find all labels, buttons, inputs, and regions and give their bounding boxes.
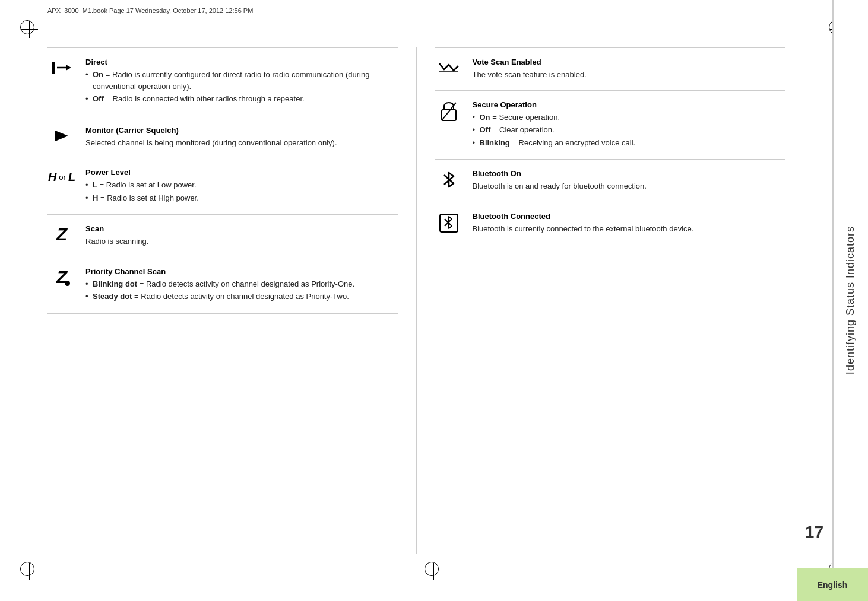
priority-scan-title: Priority Channel Scan	[85, 267, 398, 276]
direct-icon-cell	[47, 58, 76, 77]
power-or-label: or	[59, 173, 66, 182]
secure-bullet-blinking: Blinking = Receiving an encrypted voice …	[473, 137, 785, 149]
monitor-icon-cell	[47, 126, 76, 145]
scan-icon: Z	[56, 225, 67, 243]
monitor-text: Monitor (Carrier Squelch) Selected chann…	[85, 126, 398, 149]
bluetooth-connected-icon-cell	[435, 212, 463, 233]
priority-dot	[65, 281, 70, 286]
entry-priority-scan: Z Priority Channel Scan Blinking dot = R…	[47, 257, 398, 314]
direct-body: On = Radio is currently configured for d…	[85, 69, 398, 105]
monitor-title: Monitor (Carrier Squelch)	[85, 126, 398, 135]
side-tab-title: Identifying Status Indicators	[844, 226, 857, 374]
entry-direct: Direct On = Radio is currently configure…	[47, 47, 398, 116]
secure-text: Secure Operation On = Secure operation. …	[473, 100, 785, 150]
secure-bullet-on: On = Secure operation.	[473, 112, 785, 123]
svg-marker-3	[55, 131, 68, 141]
crosshair-tl	[21, 21, 38, 38]
entry-bluetooth-connected: Bluetooth Connected Bluetooth is current…	[435, 202, 785, 245]
svg-marker-2	[66, 65, 71, 71]
entry-monitor: Monitor (Carrier Squelch) Selected chann…	[47, 116, 398, 159]
vote-scan-title: Vote Scan Enabled	[473, 58, 785, 66]
secure-body: On = Secure operation. Off = Clear opera…	[473, 112, 785, 149]
scan-body: Radio is scanning.	[85, 236, 398, 247]
vote-scan-body: The vote scan feature is enabled.	[473, 69, 785, 81]
priority-scan-icon-cell: Z	[47, 267, 76, 286]
priority-bullet-blinking: Blinking dot = Radio detects activity on…	[85, 278, 398, 290]
bluetooth-on-icon-cell	[435, 169, 463, 190]
entry-power: H or L Power Level L = Radio is set at L…	[47, 158, 398, 215]
power-l-label: L	[68, 170, 75, 184]
direct-bullet-off: Off = Radio is connected with other radi…	[85, 93, 398, 105]
entry-scan: Z Scan Radio is scanning.	[47, 215, 398, 257]
entry-vote-scan: Vote Scan Enabled The vote scan feature …	[435, 47, 785, 91]
monitor-body: Selected channel is being monitored (dur…	[85, 137, 398, 149]
priority-scan-text: Priority Channel Scan Blinking dot = Rad…	[85, 267, 398, 304]
power-bullet-l: L = Radio is set at Low power.	[85, 179, 398, 191]
bluetooth-connected-title: Bluetooth Connected	[473, 212, 785, 221]
bluetooth-on-text: Bluetooth On Bluetooth is on and ready f…	[473, 169, 785, 192]
file-info: APX_3000_M1.book Page 17 Wednesday, Octo…	[47, 7, 253, 14]
english-label: English	[797, 568, 868, 601]
right-column: Vote Scan Enabled The vote scan feature …	[417, 47, 785, 554]
priority-scan-icon: Z	[56, 268, 67, 286]
bluetooth-on-icon	[442, 170, 456, 190]
bluetooth-connected-text: Bluetooth Connected Bluetooth is current…	[473, 212, 785, 235]
direct-bullet-on: On = Radio is currently configured for d…	[85, 69, 398, 92]
vote-scan-icon-cell	[435, 58, 463, 77]
bluetooth-on-body: Bluetooth is on and ready for bluetooth …	[473, 180, 785, 192]
vote-scan-text: Vote Scan Enabled The vote scan feature …	[473, 58, 785, 81]
page-number: 17	[805, 523, 823, 542]
priority-bullet-steady: Steady dot = Radio detects activity on c…	[85, 291, 398, 303]
crosshair-bl	[21, 563, 38, 580]
priority-scan-body: Blinking dot = Radio detects activity on…	[85, 278, 398, 303]
side-tab: Identifying Status Indicators	[832, 0, 868, 601]
crosshair-bm	[426, 563, 442, 580]
bluetooth-on-title: Bluetooth On	[473, 169, 785, 178]
power-icon: H or L	[48, 169, 75, 184]
scan-icon-cell: Z	[47, 224, 76, 243]
secure-icon	[439, 101, 458, 122]
entry-bluetooth-on: Bluetooth On Bluetooth is on and ready f…	[435, 160, 785, 202]
left-column: Direct On = Radio is currently configure…	[47, 47, 417, 554]
scan-text: Scan Radio is scanning.	[85, 224, 398, 247]
main-content: Direct On = Radio is currently configure…	[47, 47, 785, 554]
monitor-icon	[53, 127, 71, 145]
secure-bullet-off: Off = Clear operation.	[473, 124, 785, 136]
power-body: L = Radio is set at Low power. H = Radio…	[85, 179, 398, 203]
secure-title: Secure Operation	[473, 100, 785, 109]
direct-text: Direct On = Radio is currently configure…	[85, 58, 398, 106]
power-bullet-h: H = Radio is set at High power.	[85, 192, 398, 204]
svg-rect-0	[52, 62, 55, 74]
entry-secure: Secure Operation On = Secure operation. …	[435, 91, 785, 160]
direct-icon	[51, 59, 72, 77]
bluetooth-connected-body: Bluetooth is currently connected to the …	[473, 223, 785, 235]
secure-icon-cell	[435, 100, 463, 122]
direct-title: Direct	[85, 58, 398, 66]
power-title: Power Level	[85, 168, 398, 177]
bluetooth-connected-icon	[439, 213, 459, 233]
power-icon-cell: H or L	[47, 168, 76, 184]
scan-title: Scan	[85, 224, 398, 233]
power-h-label: H	[48, 170, 56, 184]
vote-scan-icon	[438, 59, 460, 77]
power-text: Power Level L = Radio is set at Low powe…	[85, 168, 398, 205]
